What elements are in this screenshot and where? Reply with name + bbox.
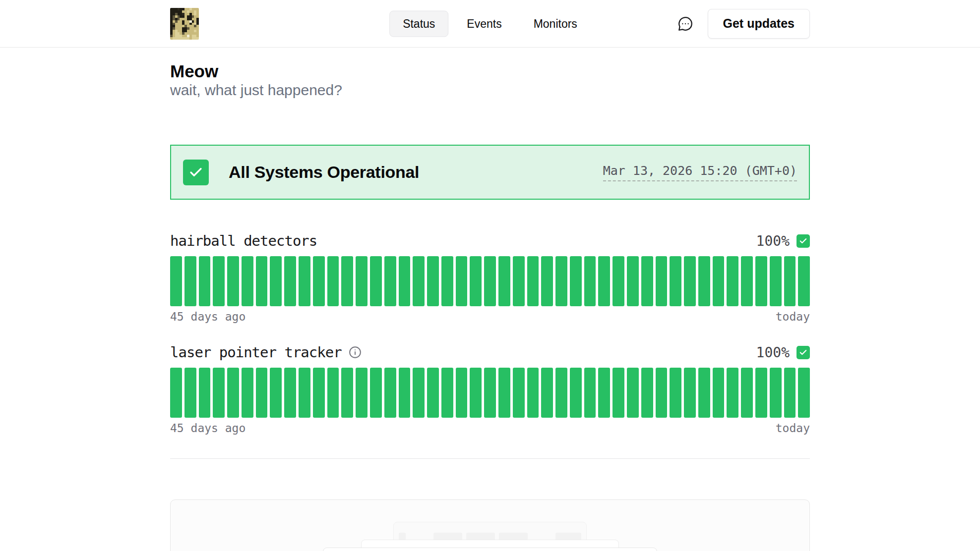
uptime-bar[interactable]	[670, 368, 681, 418]
uptime-bar[interactable]	[370, 368, 382, 418]
uptime-bar[interactable]	[199, 256, 211, 306]
tab-status[interactable]: Status	[389, 10, 448, 37]
logo[interactable]	[170, 8, 199, 40]
uptime-bar[interactable]	[527, 368, 539, 418]
uptime-bar[interactable]	[484, 368, 496, 418]
uptime-bar[interactable]	[242, 368, 253, 418]
uptime-bar[interactable]	[513, 256, 525, 306]
uptime-bar[interactable]	[798, 368, 810, 418]
uptime-bar[interactable]	[627, 256, 639, 306]
uptime-bar[interactable]	[784, 256, 796, 306]
uptime-bar[interactable]	[399, 256, 411, 306]
uptime-bar[interactable]	[713, 256, 725, 306]
uptime-bar[interactable]	[341, 256, 353, 306]
uptime-bar[interactable]	[470, 368, 482, 418]
uptime-bar[interactable]	[755, 368, 767, 418]
status-timestamp[interactable]: Mar 13, 2026 15:20 (GMT+0)	[603, 164, 797, 181]
uptime-bar[interactable]	[555, 256, 567, 306]
uptime-bar[interactable]	[641, 256, 653, 306]
uptime-bar[interactable]	[270, 256, 282, 306]
info-circle-icon[interactable]	[349, 346, 362, 359]
uptime-bar[interactable]	[470, 256, 482, 306]
uptime-bar[interactable]	[356, 368, 368, 418]
uptime-bar[interactable]	[427, 256, 439, 306]
uptime-bar[interactable]	[441, 368, 453, 418]
uptime-bar[interactable]	[527, 256, 539, 306]
uptime-bar[interactable]	[798, 256, 810, 306]
tab-events[interactable]: Events	[453, 10, 515, 37]
uptime-bar[interactable]	[341, 368, 353, 418]
uptime-bar[interactable]	[670, 256, 681, 306]
uptime-bar[interactable]	[284, 368, 296, 418]
uptime-bar[interactable]	[727, 368, 738, 418]
uptime-bar[interactable]	[684, 368, 696, 418]
uptime-bar[interactable]	[227, 256, 239, 306]
uptime-bar[interactable]	[541, 368, 553, 418]
uptime-bar[interactable]	[284, 256, 296, 306]
uptime-bar[interactable]	[327, 256, 339, 306]
uptime-bar[interactable]	[755, 256, 767, 306]
uptime-bar[interactable]	[698, 256, 710, 306]
uptime-bar[interactable]	[727, 256, 738, 306]
uptime-bar[interactable]	[513, 368, 525, 418]
uptime-bar[interactable]	[570, 368, 582, 418]
uptime-bar[interactable]	[184, 368, 196, 418]
uptime-bar[interactable]	[184, 256, 196, 306]
uptime-bar[interactable]	[270, 368, 282, 418]
uptime-bar[interactable]	[199, 368, 211, 418]
uptime-bar[interactable]	[313, 256, 325, 306]
uptime-bar[interactable]	[555, 368, 567, 418]
feedback-chat-icon[interactable]	[677, 15, 694, 32]
uptime-bar[interactable]	[413, 368, 425, 418]
uptime-bar[interactable]	[612, 256, 624, 306]
uptime-bar[interactable]	[256, 368, 268, 418]
uptime-bar[interactable]	[327, 368, 339, 418]
uptime-bar[interactable]	[584, 256, 596, 306]
get-updates-button[interactable]: Get updates	[708, 9, 810, 39]
uptime-bar[interactable]	[427, 368, 439, 418]
uptime-bar[interactable]	[612, 368, 624, 418]
uptime-bar[interactable]	[498, 368, 510, 418]
uptime-bar[interactable]	[413, 256, 425, 306]
uptime-bar[interactable]	[770, 368, 782, 418]
uptime-bar[interactable]	[313, 368, 325, 418]
uptime-bar[interactable]	[384, 256, 396, 306]
uptime-bar[interactable]	[242, 256, 253, 306]
uptime-bar[interactable]	[384, 368, 396, 418]
uptime-bar[interactable]	[713, 368, 725, 418]
uptime-bar[interactable]	[256, 256, 268, 306]
uptime-bar[interactable]	[770, 256, 782, 306]
uptime-bar[interactable]	[213, 368, 225, 418]
uptime-bar[interactable]	[299, 256, 310, 306]
uptime-bar[interactable]	[170, 256, 182, 306]
uptime-bar[interactable]	[698, 368, 710, 418]
uptime-bar[interactable]	[170, 368, 182, 418]
monitor-status-check-icon[interactable]	[796, 346, 810, 359]
uptime-bar[interactable]	[370, 256, 382, 306]
tab-monitors[interactable]: Monitors	[520, 10, 591, 37]
monitor-status-check-icon[interactable]	[796, 234, 810, 248]
uptime-bar[interactable]	[227, 368, 239, 418]
uptime-bar[interactable]	[456, 368, 468, 418]
uptime-bar[interactable]	[598, 256, 610, 306]
uptime-bar[interactable]	[399, 368, 411, 418]
uptime-bar[interactable]	[584, 368, 596, 418]
uptime-bar[interactable]	[656, 256, 668, 306]
uptime-bar[interactable]	[784, 368, 796, 418]
uptime-bar[interactable]	[741, 256, 753, 306]
uptime-bar[interactable]	[627, 368, 639, 418]
uptime-bar[interactable]	[684, 256, 696, 306]
uptime-bar[interactable]	[213, 256, 225, 306]
uptime-bar[interactable]	[484, 256, 496, 306]
uptime-bar[interactable]	[441, 256, 453, 306]
uptime-bar[interactable]	[541, 256, 553, 306]
uptime-bar[interactable]	[299, 368, 310, 418]
uptime-bar[interactable]	[570, 256, 582, 306]
uptime-bar[interactable]	[598, 368, 610, 418]
uptime-bar[interactable]	[641, 368, 653, 418]
uptime-bar[interactable]	[356, 256, 368, 306]
uptime-bar[interactable]	[741, 368, 753, 418]
uptime-bar[interactable]	[456, 256, 468, 306]
uptime-bar[interactable]	[656, 368, 668, 418]
uptime-bar[interactable]	[498, 256, 510, 306]
